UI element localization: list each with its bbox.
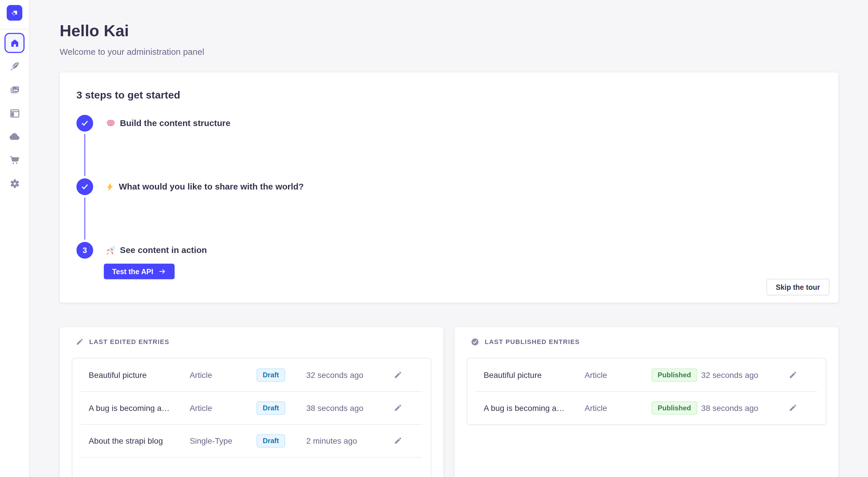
onboarding-title: 3 steps to get started: [76, 89, 822, 101]
step-1-title[interactable]: Build the content structure: [106, 115, 230, 132]
table-row: Beautiful picture Article Draft 32 secon…: [72, 359, 431, 391]
table-row: Beautiful picture Article Published 32 s…: [467, 359, 826, 391]
sidebar-nav: [5, 57, 24, 192]
lightning-emoji-icon: [106, 182, 114, 192]
entry-time: 2 minutes ago: [306, 436, 393, 445]
last-edited-label: LAST EDITED ENTRIES: [76, 337, 431, 347]
test-api-label: Test the API: [112, 267, 153, 276]
step-2-check-marker: [76, 178, 93, 195]
step-1-label: Build the content structure: [120, 115, 230, 132]
layout-icon: [9, 107, 20, 119]
gear-icon: [9, 178, 20, 189]
entry-status: Draft: [257, 368, 306, 381]
skip-tour-button[interactable]: Skip the tour: [766, 279, 830, 296]
pictures-icon: [9, 84, 20, 95]
status-badge: Published: [652, 368, 697, 381]
status-badge: Published: [652, 401, 697, 414]
cart-icon: [9, 154, 20, 166]
step-2-title[interactable]: What would you like to share with the wo…: [106, 178, 304, 195]
sidebar: [0, 0, 30, 477]
edit-entry-button[interactable]: [393, 370, 402, 379]
sidebar-item-media-library[interactable]: [5, 81, 24, 99]
last-published-label: LAST PUBLISHED ENTRIES: [471, 337, 826, 347]
home-icon: [9, 38, 20, 48]
step-connector: [84, 197, 85, 240]
table-row: A bug is becoming a… Article Draft 38 se…: [72, 391, 431, 424]
page-header: Hello Kai Welcome to your administration…: [60, 21, 838, 57]
entry-type: Article: [585, 370, 652, 379]
entry-title: Beautiful picture: [484, 370, 585, 379]
sidebar-item-cloud[interactable]: [5, 128, 24, 145]
rocket-emoji-icon: [106, 245, 116, 255]
strapi-dashboard: Hello Kai Welcome to your administration…: [0, 0, 868, 477]
entry-time: 38 seconds ago: [701, 403, 788, 412]
pencil-icon: [788, 371, 797, 379]
entry-type: Article: [585, 403, 652, 412]
cloud-icon: [8, 130, 21, 143]
entry-time: 32 seconds ago: [306, 370, 393, 379]
entry-title: Beautiful picture: [89, 370, 190, 379]
step-2-label: What would you like to share with the wo…: [119, 178, 304, 195]
main-content: Hello Kai Welcome to your administration…: [30, 0, 868, 477]
entry-type: Single-Type: [190, 436, 257, 445]
strapi-logo[interactable]: [7, 5, 22, 21]
entry-title: About the strapi blog: [89, 436, 190, 445]
sidebar-item-marketplace[interactable]: [5, 151, 24, 169]
last-edited-table: Beautiful picture Article Draft 32 secon…: [72, 358, 431, 477]
onboarding-step-3: 3: [76, 242, 822, 279]
step-3-label: See content in action: [120, 242, 207, 259]
entries-panels: LAST EDITED ENTRIES Beautiful picture Ar…: [60, 327, 838, 477]
step-1-check-marker: [76, 115, 93, 132]
pencil-icon: [394, 404, 402, 412]
entry-status: Draft: [257, 401, 306, 414]
entry-title: A bug is becoming a…: [484, 403, 585, 412]
edit-entry-button[interactable]: [393, 403, 402, 412]
brain-emoji-icon: [106, 118, 116, 128]
last-published-table: Beautiful picture Article Published 32 s…: [467, 358, 826, 425]
step-3-number-marker: 3: [76, 242, 93, 259]
sidebar-item-content-type-builder[interactable]: [5, 104, 24, 122]
entry-time: 32 seconds ago: [701, 370, 788, 379]
pencil-icon: [788, 404, 797, 412]
last-published-label-text: LAST PUBLISHED ENTRIES: [485, 339, 580, 345]
pencil-icon: [394, 436, 402, 445]
step-3-number: 3: [83, 246, 87, 255]
page-title: Hello Kai: [60, 21, 838, 40]
table-row: A bug is becoming a… Article Published 3…: [467, 391, 826, 424]
feather-icon: [9, 61, 20, 72]
sidebar-item-content-manager[interactable]: [5, 57, 24, 75]
onboarding-step-1: Build the content structure: [76, 115, 822, 178]
entry-time: 38 seconds ago: [306, 403, 393, 412]
onboarding-steps: Build the content structure: [76, 115, 822, 279]
pencil-icon: [76, 338, 84, 346]
entry-type: Article: [190, 370, 257, 379]
entry-status: Published: [652, 401, 701, 414]
sidebar-item-home[interactable]: [4, 33, 24, 53]
table-row: About the strapi blog Single-Type Draft …: [72, 424, 431, 457]
step-connector: [84, 134, 85, 176]
edit-entry-button[interactable]: [788, 403, 797, 412]
step-3-title[interactable]: See content in action: [106, 242, 207, 259]
edit-entry-button[interactable]: [393, 436, 402, 445]
edit-entry-button[interactable]: [788, 370, 797, 379]
onboarding-step-2: What would you like to share with the wo…: [76, 178, 822, 242]
test-api-button[interactable]: Test the API: [104, 264, 175, 279]
entry-status: Draft: [257, 434, 306, 447]
arrow-right-icon: [158, 268, 166, 275]
status-badge: Draft: [257, 368, 285, 381]
check-icon: [81, 120, 89, 127]
entry-status: Published: [652, 368, 701, 381]
onboarding-card: 3 steps to get started: [60, 72, 838, 303]
last-edited-label-text: LAST EDITED ENTRIES: [89, 339, 169, 345]
status-badge: Draft: [257, 401, 285, 414]
page-subtitle: Welcome to your administration panel: [60, 46, 838, 57]
status-badge: Draft: [257, 434, 285, 447]
sidebar-item-settings[interactable]: [5, 174, 24, 193]
entry-type: Article: [190, 403, 257, 412]
pencil-icon: [394, 371, 402, 379]
last-published-panel: LAST PUBLISHED ENTRIES Beautiful picture…: [455, 327, 838, 477]
last-edited-panel: LAST EDITED ENTRIES Beautiful picture Ar…: [60, 327, 443, 477]
strapi-logo-icon: [10, 8, 20, 18]
check-icon: [81, 183, 89, 191]
entry-title: A bug is becoming a…: [89, 403, 190, 412]
